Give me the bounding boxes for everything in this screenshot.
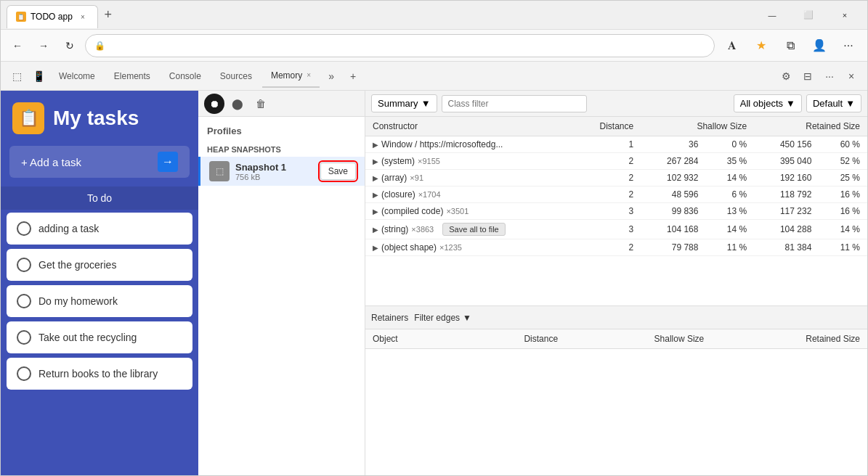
device-emulation-button[interactable]: 📱 bbox=[28, 66, 49, 86]
back-button[interactable]: ← bbox=[7, 35, 28, 57]
expand-arrow[interactable]: ▶ bbox=[373, 226, 378, 234]
todo-logo: 📋 bbox=[12, 102, 44, 134]
inspect-element-button[interactable]: ⬚ bbox=[7, 66, 27, 86]
distance-cell: 2 bbox=[572, 186, 641, 203]
constructor-cell: ▶ (string) ×3863 Save all to file bbox=[365, 220, 572, 239]
save-snapshot-button[interactable]: Save bbox=[320, 163, 356, 180]
record-heap-button[interactable]: ⏺ bbox=[204, 94, 224, 114]
add-task-label: + Add a task bbox=[21, 156, 81, 168]
heap-table-row[interactable]: ▶ (compiled code) ×3501 3 99 836 13 % 11… bbox=[365, 203, 867, 220]
tab-elements[interactable]: Elements bbox=[105, 65, 159, 88]
expand-arrow[interactable]: ▶ bbox=[373, 191, 378, 199]
stop-button[interactable]: ⬤ bbox=[227, 94, 248, 114]
tab-sources[interactable]: Sources bbox=[211, 65, 261, 88]
all-objects-label: All objects bbox=[740, 98, 783, 109]
summary-label: Summary bbox=[378, 98, 418, 109]
more-tabs-button[interactable]: » bbox=[321, 66, 341, 86]
todo-item[interactable]: Do my homework bbox=[7, 285, 192, 317]
add-panel-button[interactable]: + bbox=[343, 66, 363, 86]
clear-profiles-button[interactable]: 🗑 bbox=[251, 94, 271, 114]
constructor-cell: ▶ (compiled code) ×3501 bbox=[365, 203, 572, 220]
retained-size-num-cell: 118 792 bbox=[754, 186, 819, 203]
retained-size-num-cell: 117 232 bbox=[754, 203, 819, 220]
all-objects-dropdown[interactable]: All objects ▼ bbox=[734, 94, 802, 112]
todo-checkbox[interactable] bbox=[17, 258, 31, 272]
add-task-button[interactable]: + Add a task → bbox=[9, 146, 190, 178]
heap-table: Constructor Distance Shallow Size Retain… bbox=[365, 117, 867, 305]
heap-snapshots-label: HEAP SNAPSHOTS bbox=[198, 139, 365, 157]
profile-button[interactable]: 👤 bbox=[806, 33, 832, 59]
shallow-size-pct-cell: 6 % bbox=[705, 186, 754, 203]
retainer-distance-column[interactable]: Distance bbox=[455, 329, 565, 349]
expand-arrow[interactable]: ▶ bbox=[373, 244, 378, 252]
refresh-button[interactable]: ↻ bbox=[59, 35, 81, 57]
heap-table-row[interactable]: ▶ Window / https://microsoftedg... 1 36 … bbox=[365, 136, 867, 153]
expand-arrow[interactable]: ▶ bbox=[373, 174, 378, 182]
summary-dropdown[interactable]: Summary ▼ bbox=[371, 94, 437, 112]
tab-welcome[interactable]: Welcome bbox=[50, 65, 104, 88]
class-filter-input[interactable] bbox=[442, 95, 587, 112]
distance-cell: 2 bbox=[572, 170, 641, 186]
collections-button[interactable]: ⧉ bbox=[777, 33, 803, 59]
read-aloud-button[interactable]: 𝐀 bbox=[719, 33, 745, 59]
profiles-label: Profiles bbox=[198, 117, 365, 139]
constructor-column-header[interactable]: Constructor bbox=[365, 117, 572, 136]
retainer-object-column[interactable]: Object bbox=[365, 329, 455, 349]
close-button[interactable]: × bbox=[828, 4, 861, 26]
distance-cell: 3 bbox=[572, 203, 641, 220]
shallow-size-pct-cell: 11 % bbox=[705, 239, 754, 256]
address-bar[interactable]: 🔒 bbox=[85, 34, 715, 57]
browser-tab[interactable]: 📋 TODO app × bbox=[7, 5, 98, 28]
memory-tab-close[interactable]: × bbox=[307, 71, 311, 79]
tab-memory[interactable]: Memory × bbox=[262, 65, 320, 88]
todo-checkbox[interactable] bbox=[17, 366, 31, 381]
devtools-close-button[interactable]: × bbox=[841, 66, 861, 86]
retained-size-column-header[interactable]: Retained Size bbox=[754, 117, 867, 136]
constructor-name: (array) bbox=[381, 173, 407, 183]
devtools-settings-button[interactable]: ⚙ bbox=[776, 66, 796, 86]
expand-arrow[interactable]: ▶ bbox=[373, 157, 378, 165]
heap-table-row[interactable]: ▶ (closure) ×1704 2 48 596 6 % 118 792 1… bbox=[365, 186, 867, 203]
heap-table-row[interactable]: ▶ (string) ×3863 Save all to file 3 104 … bbox=[365, 220, 867, 239]
retainer-retained-column[interactable]: Retained Size bbox=[711, 329, 867, 349]
default-dropdown[interactable]: Default ▼ bbox=[806, 94, 861, 112]
expand-arrow[interactable]: ▶ bbox=[373, 141, 378, 149]
todo-checkbox[interactable] bbox=[17, 221, 31, 236]
constructor-name: (closure) bbox=[381, 189, 415, 200]
favorites-button[interactable]: ★ bbox=[748, 33, 774, 59]
todo-section-label: To do bbox=[1, 186, 198, 210]
new-tab-button[interactable]: + bbox=[98, 5, 118, 25]
filter-edges-dropdown[interactable]: Filter edges ▼ bbox=[414, 313, 471, 323]
expand-arrow[interactable]: ▶ bbox=[373, 208, 378, 216]
forward-button[interactable]: → bbox=[33, 35, 54, 57]
heap-table-row[interactable]: ▶ (array) ×91 2 102 932 14 % 192 160 25 … bbox=[365, 170, 867, 186]
todo-item[interactable]: adding a task bbox=[7, 213, 192, 245]
minimize-button[interactable]: — bbox=[755, 4, 789, 26]
snapshot-item[interactable]: ⬚ Snapshot 1 756 kB Save bbox=[198, 157, 365, 186]
constructor-cell: ▶ Window / https://microsoftedg... bbox=[365, 136, 572, 153]
tab-close-button[interactable]: × bbox=[77, 11, 89, 22]
tab-console[interactable]: Console bbox=[161, 65, 210, 88]
devtools-dock-button[interactable]: ⊟ bbox=[798, 66, 818, 86]
heap-table-row[interactable]: ▶ (system) ×9155 2 267 284 35 % 395 040 … bbox=[365, 153, 867, 170]
retainer-shallow-column[interactable]: Shallow Size bbox=[565, 329, 711, 349]
navigation-bar: ← → ↻ 🔒 𝐀 ★ ⧉ 👤 ··· bbox=[1, 30, 867, 62]
retained-size-num-cell: 450 156 bbox=[754, 136, 819, 153]
devtools-more-button[interactable]: ··· bbox=[819, 66, 840, 86]
todo-checkbox[interactable] bbox=[17, 294, 31, 308]
todo-item[interactable]: Get the groceries bbox=[7, 249, 192, 281]
distance-column-header[interactable]: Distance bbox=[572, 117, 641, 136]
restore-button[interactable]: ⬜ bbox=[792, 4, 825, 26]
todo-item[interactable]: Return books to the library bbox=[7, 358, 192, 390]
todo-item[interactable]: Take out the recycling bbox=[7, 321, 192, 353]
save-all-button[interactable]: Save all to file bbox=[442, 223, 505, 236]
todo-checkbox[interactable] bbox=[17, 330, 31, 345]
todo-list: adding a task Get the groceries Do my ho… bbox=[1, 210, 198, 475]
shallow-size-column-header[interactable]: Shallow Size bbox=[641, 117, 754, 136]
heap-table-row[interactable]: ▶ (object shape) ×1235 2 79 788 11 % 81 … bbox=[365, 239, 867, 256]
shallow-size-pct-cell: 13 % bbox=[705, 203, 754, 220]
default-label: Default bbox=[813, 98, 843, 109]
more-button[interactable]: ··· bbox=[835, 33, 861, 59]
count-badge: ×1235 bbox=[439, 243, 462, 252]
devtools-panel: ⏺ ⬤ 🗑 Profiles HEAP SNAPSHOTS ⬚ Snapshot… bbox=[198, 91, 867, 475]
